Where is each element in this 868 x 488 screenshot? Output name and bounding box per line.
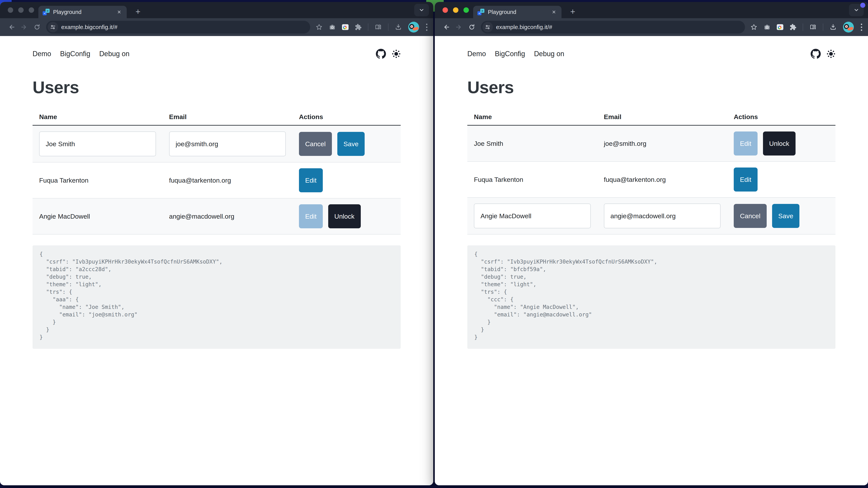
- tab-close-icon[interactable]: [116, 9, 122, 15]
- browser-menu-icon[interactable]: [860, 23, 863, 32]
- email-input[interactable]: [169, 131, 286, 156]
- page-title: Users: [33, 77, 401, 97]
- site-favicon-icon: <>: [477, 9, 485, 15]
- table-header-row: Name Email Actions: [467, 108, 835, 125]
- unlock-button[interactable]: Unlock: [763, 131, 796, 156]
- site-nav: Demo BigConfig Debug on: [467, 50, 564, 58]
- name-input[interactable]: [474, 203, 591, 228]
- site-header: Demo BigConfig Debug on: [467, 36, 835, 59]
- nav-link-debug[interactable]: Debug on: [99, 50, 129, 58]
- new-tab-button[interactable]: +: [567, 7, 579, 17]
- tab-strip: <> Playground +: [0, 2, 433, 18]
- browser-menu-icon[interactable]: [425, 23, 428, 32]
- cancel-button[interactable]: Cancel: [734, 204, 767, 228]
- toolbar-divider: [823, 24, 823, 31]
- tab-close-icon[interactable]: [551, 9, 557, 15]
- browser-toolbar: example.bigconfig.it/#: [0, 18, 433, 36]
- email-input[interactable]: [604, 203, 721, 228]
- column-header-email: Email: [162, 108, 292, 125]
- extensions-puzzle-icon[interactable]: [355, 24, 362, 31]
- photos-extension-icon[interactable]: [342, 24, 348, 30]
- address-bar[interactable]: example.bigconfig.it/#: [46, 21, 310, 33]
- close-window-button[interactable]: [8, 7, 13, 13]
- tab-title: Playground: [53, 9, 113, 15]
- new-tab-button[interactable]: +: [132, 7, 144, 17]
- nav-link-debug[interactable]: Debug on: [534, 50, 564, 58]
- bookmark-star-icon[interactable]: [316, 24, 322, 31]
- chevron-down-icon: [418, 7, 425, 13]
- edit-button[interactable]: Edit: [299, 168, 323, 192]
- browser-toolbar: example.bigconfig.it/#: [435, 18, 868, 36]
- email-cell: fuqua@tarkenton.org: [162, 162, 292, 198]
- minimize-window-button[interactable]: [18, 7, 24, 13]
- download-icon[interactable]: [395, 24, 402, 31]
- extensions-puzzle-icon[interactable]: [789, 24, 797, 31]
- column-header-actions: Actions: [727, 108, 835, 125]
- tab-search-button[interactable]: [414, 4, 429, 16]
- tab-title: Playground: [488, 9, 547, 15]
- toolbar-divider: [368, 24, 368, 31]
- site-header: Demo BigConfig Debug on: [33, 36, 401, 59]
- camera-extension-icon[interactable]: [329, 24, 336, 31]
- table-row: Fuqua Tarkenton fuqua@tarkenton.org Edit: [33, 162, 401, 198]
- site-settings-icon[interactable]: [483, 22, 493, 32]
- back-button[interactable]: [440, 21, 453, 33]
- zoom-window-button[interactable]: [463, 7, 469, 13]
- table-row: Fuqua Tarkenton fuqua@tarkenton.org Edit: [467, 162, 835, 197]
- github-icon[interactable]: [376, 49, 386, 59]
- reading-list-book-icon[interactable]: [809, 24, 817, 31]
- edit-button-disabled: Edit: [734, 131, 757, 156]
- site-settings-icon[interactable]: [48, 22, 58, 32]
- github-icon[interactable]: [811, 49, 821, 59]
- column-header-actions: Actions: [292, 108, 401, 125]
- back-button[interactable]: [5, 21, 18, 33]
- column-header-email: Email: [597, 108, 727, 125]
- nav-link-demo[interactable]: Demo: [33, 50, 51, 58]
- save-button[interactable]: Save: [337, 132, 365, 156]
- theme-toggle-sun-icon[interactable]: [827, 50, 835, 58]
- forward-button[interactable]: [18, 21, 31, 33]
- photos-extension-icon[interactable]: [777, 24, 783, 30]
- nav-link-bigconfig[interactable]: BigConfig: [60, 50, 90, 58]
- save-button[interactable]: Save: [772, 204, 800, 228]
- theme-toggle-sun-icon[interactable]: [392, 50, 401, 58]
- site-nav: Demo BigConfig Debug on: [33, 50, 129, 58]
- minimize-window-button[interactable]: [453, 7, 458, 13]
- toolbar-divider: [388, 24, 389, 31]
- debug-json-output: { "csrf": "Ivb3puyiKPHrHkr30ekyWx4TsofQc…: [467, 246, 835, 349]
- profile-avatar[interactable]: [408, 22, 419, 33]
- reload-button[interactable]: [31, 21, 43, 33]
- browser-tab[interactable]: <> Playground: [473, 6, 561, 18]
- zoom-window-button[interactable]: [29, 7, 34, 13]
- edit-button[interactable]: Edit: [734, 167, 757, 192]
- reading-list-book-icon[interactable]: [374, 24, 382, 31]
- nav-link-demo[interactable]: Demo: [467, 50, 486, 58]
- profile-avatar[interactable]: [843, 22, 854, 33]
- site-favicon-icon: <>: [42, 9, 50, 15]
- forward-button[interactable]: [453, 21, 465, 33]
- debug-json-output: { "csrf": "Ivb3puyiKPHrHkr30ekyWx4TsofQc…: [33, 246, 401, 349]
- unlock-button[interactable]: Unlock: [328, 204, 361, 228]
- close-window-button[interactable]: [442, 7, 448, 13]
- browser-tab[interactable]: <> Playground: [38, 6, 127, 18]
- reload-button[interactable]: [465, 21, 478, 33]
- table-row-editing: Cancel Save: [467, 197, 835, 234]
- column-header-name: Name: [33, 108, 162, 125]
- browser-window-right: <> Playground + example.bigconfig.it/#: [435, 2, 868, 485]
- bookmark-star-icon[interactable]: [750, 24, 757, 31]
- name-cell: Fuqua Tarkenton: [33, 162, 162, 198]
- url-text[interactable]: example.bigconfig.it/#: [496, 24, 552, 30]
- camera-extension-icon[interactable]: [764, 24, 771, 31]
- cancel-button[interactable]: Cancel: [299, 132, 332, 156]
- tab-strip: <> Playground +: [435, 2, 868, 18]
- address-bar[interactable]: example.bigconfig.it/#: [481, 21, 745, 33]
- url-text[interactable]: example.bigconfig.it/#: [61, 24, 117, 30]
- page-content: Demo BigConfig Debug on Users Name Email…: [0, 36, 433, 485]
- users-table: Name Email Actions Joe Smith joe@smith.o…: [467, 108, 835, 234]
- table-row-locked: Joe Smith joe@smith.org Edit Unlock: [467, 125, 835, 162]
- window-controls: [442, 7, 469, 13]
- table-row-editing: Cancel Save: [33, 125, 401, 162]
- download-icon[interactable]: [830, 24, 837, 31]
- nav-link-bigconfig[interactable]: BigConfig: [495, 50, 525, 58]
- name-input[interactable]: [39, 131, 156, 156]
